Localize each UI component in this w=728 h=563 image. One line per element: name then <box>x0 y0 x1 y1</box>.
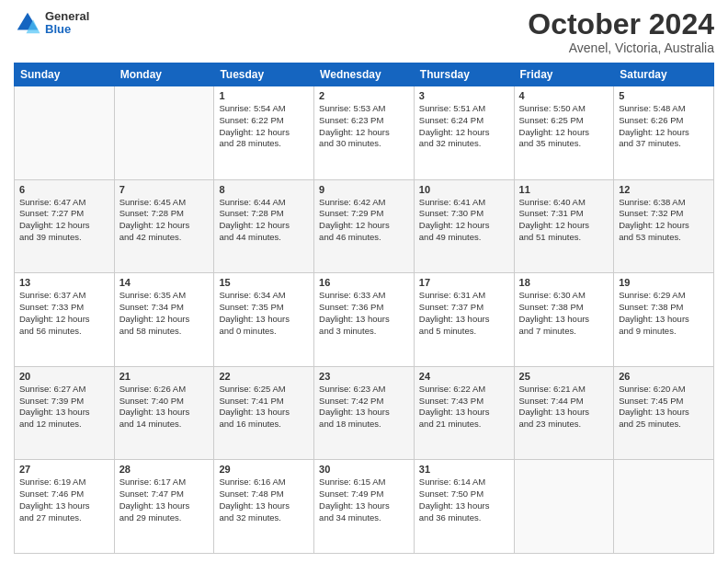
location: Avenel, Victoria, Australia <box>528 40 714 55</box>
cell-content: Sunrise: 5:51 AM Sunset: 6:24 PM Dayligh… <box>419 103 509 150</box>
calendar-cell: 30Sunrise: 6:15 AM Sunset: 7:49 PM Dayli… <box>314 460 415 554</box>
cell-content: Sunrise: 6:26 AM Sunset: 7:40 PM Dayligh… <box>119 384 210 431</box>
cell-content: Sunrise: 6:35 AM Sunset: 7:34 PM Dayligh… <box>119 290 210 337</box>
cell-content: Sunrise: 6:17 AM Sunset: 7:47 PM Dayligh… <box>119 477 210 523</box>
cell-content: Sunrise: 6:29 AM Sunset: 7:38 PM Dayligh… <box>619 290 709 337</box>
day-number: 25 <box>519 371 609 382</box>
day-number: 2 <box>319 90 409 101</box>
calendar-cell: 3Sunrise: 5:51 AM Sunset: 6:24 PM Daylig… <box>414 86 514 180</box>
day-header-friday: Friday <box>514 63 614 86</box>
calendar-cell: 7Sunrise: 6:45 AM Sunset: 7:28 PM Daylig… <box>114 179 214 273</box>
day-number: 22 <box>219 371 309 382</box>
cell-content: Sunrise: 6:31 AM Sunset: 7:37 PM Dayligh… <box>419 290 509 337</box>
calendar-cell: 31Sunrise: 6:14 AM Sunset: 7:50 PM Dayli… <box>414 460 514 554</box>
day-number: 20 <box>19 371 109 382</box>
logo: General Blue <box>14 9 89 37</box>
day-number: 31 <box>419 464 509 475</box>
day-number: 30 <box>319 464 409 475</box>
calendar-cell: 9Sunrise: 6:42 AM Sunset: 7:29 PM Daylig… <box>314 179 415 273</box>
day-number: 23 <box>319 371 409 382</box>
day-header-saturday: Saturday <box>614 63 714 86</box>
calendar-cell: 12Sunrise: 6:38 AM Sunset: 7:32 PM Dayli… <box>614 179 714 273</box>
day-header-thursday: Thursday <box>414 63 514 86</box>
calendar-cell: 19Sunrise: 6:29 AM Sunset: 7:38 PM Dayli… <box>614 273 714 367</box>
day-number: 16 <box>319 277 409 288</box>
day-header-sunday: Sunday <box>15 63 115 86</box>
calendar-cell: 6Sunrise: 6:47 AM Sunset: 7:27 PM Daylig… <box>15 179 115 273</box>
week-row-1: 6Sunrise: 6:47 AM Sunset: 7:27 PM Daylig… <box>15 179 714 273</box>
cell-content: Sunrise: 6:27 AM Sunset: 7:39 PM Dayligh… <box>19 384 109 431</box>
day-number: 5 <box>619 90 709 101</box>
calendar-cell: 18Sunrise: 6:30 AM Sunset: 7:38 PM Dayli… <box>514 273 614 367</box>
calendar-cell: 13Sunrise: 6:37 AM Sunset: 7:33 PM Dayli… <box>15 273 115 367</box>
day-number: 9 <box>319 184 409 195</box>
calendar-cell: 28Sunrise: 6:17 AM Sunset: 7:47 PM Dayli… <box>114 460 214 554</box>
header-row: SundayMondayTuesdayWednesdayThursdayFrid… <box>15 63 714 86</box>
cell-content: Sunrise: 6:45 AM Sunset: 7:28 PM Dayligh… <box>119 197 210 244</box>
calendar-cell: 2Sunrise: 5:53 AM Sunset: 6:23 PM Daylig… <box>314 86 415 180</box>
calendar-cell <box>514 460 614 554</box>
logo-blue: Blue <box>45 23 89 36</box>
calendar-cell: 11Sunrise: 6:40 AM Sunset: 7:31 PM Dayli… <box>514 179 614 273</box>
week-row-2: 13Sunrise: 6:37 AM Sunset: 7:33 PM Dayli… <box>15 273 714 367</box>
day-number: 19 <box>619 277 709 288</box>
page: General Blue October 2024 Avenel, Victor… <box>0 0 728 563</box>
calendar-cell: 14Sunrise: 6:35 AM Sunset: 7:34 PM Dayli… <box>114 273 214 367</box>
calendar-cell: 29Sunrise: 6:16 AM Sunset: 7:48 PM Dayli… <box>214 460 314 554</box>
day-number: 10 <box>419 184 509 195</box>
day-header-monday: Monday <box>114 63 214 86</box>
cell-content: Sunrise: 6:20 AM Sunset: 7:45 PM Dayligh… <box>619 384 709 431</box>
header: General Blue October 2024 Avenel, Victor… <box>14 9 714 55</box>
day-number: 18 <box>519 277 609 288</box>
day-number: 1 <box>219 90 309 101</box>
logo-general: General <box>45 10 89 23</box>
calendar-cell: 27Sunrise: 6:19 AM Sunset: 7:46 PM Dayli… <box>15 460 115 554</box>
cell-content: Sunrise: 6:15 AM Sunset: 7:49 PM Dayligh… <box>319 477 409 523</box>
day-number: 15 <box>219 277 309 288</box>
day-number: 28 <box>119 464 210 475</box>
calendar-cell <box>114 86 214 180</box>
cell-content: Sunrise: 6:30 AM Sunset: 7:38 PM Dayligh… <box>519 290 609 337</box>
cell-content: Sunrise: 6:47 AM Sunset: 7:27 PM Dayligh… <box>19 197 109 244</box>
day-number: 7 <box>119 184 210 195</box>
calendar-cell: 26Sunrise: 6:20 AM Sunset: 7:45 PM Dayli… <box>614 366 714 460</box>
cell-content: Sunrise: 5:53 AM Sunset: 6:23 PM Dayligh… <box>319 103 409 150</box>
title-block: October 2024 Avenel, Victoria, Australia <box>528 9 714 55</box>
cell-content: Sunrise: 5:50 AM Sunset: 6:25 PM Dayligh… <box>519 103 609 150</box>
month-title: October 2024 <box>528 9 714 39</box>
logo-icon <box>14 9 41 37</box>
cell-content: Sunrise: 6:23 AM Sunset: 7:42 PM Dayligh… <box>319 384 409 431</box>
day-header-tuesday: Tuesday <box>214 63 314 86</box>
day-number: 21 <box>119 371 210 382</box>
calendar-cell: 23Sunrise: 6:23 AM Sunset: 7:42 PM Dayli… <box>314 366 415 460</box>
calendar-cell: 25Sunrise: 6:21 AM Sunset: 7:44 PM Dayli… <box>514 366 614 460</box>
cell-content: Sunrise: 6:34 AM Sunset: 7:35 PM Dayligh… <box>219 290 309 337</box>
cell-content: Sunrise: 6:37 AM Sunset: 7:33 PM Dayligh… <box>19 290 109 337</box>
cell-content: Sunrise: 6:42 AM Sunset: 7:29 PM Dayligh… <box>319 197 409 244</box>
day-number: 17 <box>419 277 509 288</box>
day-number: 14 <box>119 277 210 288</box>
calendar-cell: 21Sunrise: 6:26 AM Sunset: 7:40 PM Dayli… <box>114 366 214 460</box>
cell-content: Sunrise: 6:41 AM Sunset: 7:30 PM Dayligh… <box>419 197 509 244</box>
day-number: 13 <box>19 277 109 288</box>
cell-content: Sunrise: 6:21 AM Sunset: 7:44 PM Dayligh… <box>519 384 609 431</box>
calendar-cell <box>15 86 115 180</box>
cell-content: Sunrise: 6:19 AM Sunset: 7:46 PM Dayligh… <box>19 477 109 523</box>
logo-text: General Blue <box>45 10 89 37</box>
calendar-cell: 10Sunrise: 6:41 AM Sunset: 7:30 PM Dayli… <box>414 179 514 273</box>
cell-content: Sunrise: 6:14 AM Sunset: 7:50 PM Dayligh… <box>419 477 509 523</box>
calendar-cell: 5Sunrise: 5:48 AM Sunset: 6:26 PM Daylig… <box>614 86 714 180</box>
calendar-cell <box>614 460 714 554</box>
calendar-cell: 8Sunrise: 6:44 AM Sunset: 7:28 PM Daylig… <box>214 179 314 273</box>
calendar-cell: 1Sunrise: 5:54 AM Sunset: 6:22 PM Daylig… <box>214 86 314 180</box>
calendar-cell: 24Sunrise: 6:22 AM Sunset: 7:43 PM Dayli… <box>414 366 514 460</box>
day-number: 3 <box>419 90 509 101</box>
cell-content: Sunrise: 6:22 AM Sunset: 7:43 PM Dayligh… <box>419 384 509 431</box>
calendar-cell: 20Sunrise: 6:27 AM Sunset: 7:39 PM Dayli… <box>15 366 115 460</box>
calendar-cell: 17Sunrise: 6:31 AM Sunset: 7:37 PM Dayli… <box>414 273 514 367</box>
cell-content: Sunrise: 5:54 AM Sunset: 6:22 PM Dayligh… <box>219 103 309 150</box>
day-number: 26 <box>619 371 709 382</box>
day-number: 6 <box>19 184 109 195</box>
calendar-cell: 4Sunrise: 5:50 AM Sunset: 6:25 PM Daylig… <box>514 86 614 180</box>
calendar-cell: 22Sunrise: 6:25 AM Sunset: 7:41 PM Dayli… <box>214 366 314 460</box>
